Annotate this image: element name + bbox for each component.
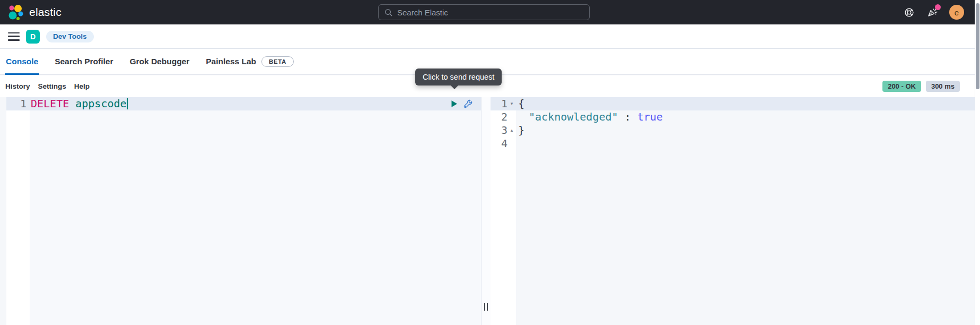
tab-grok-debugger-label: Grok Debugger [129, 57, 189, 66]
response-time-badge: 300 ms [926, 81, 960, 92]
response-viewer[interactable]: 1 ▾ { 2 "acknowledged" : true 3 ▴ } 4 [491, 97, 975, 325]
tab-painless-lab[interactable]: Painless Lab BETA [205, 49, 295, 74]
page-scrollbar[interactable] [975, 0, 980, 325]
notification-dot [935, 4, 941, 10]
tooltip-text: Click to send request [423, 73, 494, 81]
scrollbar-thumb[interactable] [976, 3, 979, 89]
line-number: 1 [491, 97, 508, 110]
fold-spacer [508, 110, 516, 124]
request-line-1[interactable]: 1 DELETEappscode [6, 97, 481, 110]
json-open-brace: { [516, 97, 524, 110]
tab-search-profiler-label: Search Profiler [55, 57, 113, 66]
fold-spacer [508, 137, 516, 150]
global-search-input[interactable]: Search Elastic [378, 4, 590, 20]
history-menu-item[interactable]: History [5, 82, 30, 90]
text-cursor [127, 98, 128, 109]
wrench-icon[interactable] [463, 99, 472, 108]
response-line-3: 3 ▴ } [491, 124, 975, 137]
send-request-play-button[interactable] [451, 100, 458, 108]
hamburger-menu-button[interactable] [8, 32, 20, 41]
space-avatar[interactable]: D [26, 30, 40, 44]
http-method: DELETE [31, 97, 69, 110]
hamburger-bar [8, 39, 20, 41]
json-value: true [637, 110, 663, 123]
request-editor[interactable]: 1 DELETEappscode [6, 97, 482, 325]
line-number: 3 [491, 124, 508, 137]
json-close-brace: } [516, 124, 524, 137]
json-separator: : [618, 110, 637, 123]
request-url: appscode [75, 97, 126, 110]
tab-grok-debugger[interactable]: Grok Debugger [128, 49, 190, 74]
breadcrumb-bar: D Dev Tools [0, 24, 975, 49]
user-avatar[interactable]: e [949, 5, 964, 20]
line-number: 4 [491, 137, 508, 150]
avatar-initial: e [955, 8, 959, 17]
send-request-tooltip: Click to send request [415, 69, 502, 85]
breadcrumb[interactable]: Dev Tools [46, 31, 94, 42]
tab-console-label: Console [6, 57, 38, 66]
beta-badge: BETA [261, 56, 294, 67]
line-number: 1 [6, 97, 30, 110]
request-editor-gutter [6, 97, 30, 325]
tab-painless-lab-label: Painless Lab [206, 57, 256, 66]
tab-search-profiler[interactable]: Search Profiler [54, 49, 114, 74]
tab-console[interactable]: Console [5, 49, 39, 74]
logo-wordmark: elastic [29, 6, 62, 19]
hamburger-bar [8, 32, 20, 34]
line-number: 2 [491, 110, 508, 124]
fold-close-icon[interactable]: ▴ [508, 124, 516, 137]
space-initial: D [30, 32, 36, 41]
help-button[interactable] [903, 6, 915, 19]
fold-open-icon[interactable]: ▾ [508, 97, 516, 110]
life-ring-icon [904, 7, 915, 18]
status-badge: 200 - OK [882, 81, 921, 92]
empty-line [516, 137, 518, 150]
newsfeed-button[interactable] [926, 6, 939, 19]
search-placeholder: Search Elastic [397, 8, 448, 17]
elastic-logo[interactable]: elastic [7, 4, 62, 21]
request-code: DELETEappscode [30, 97, 128, 110]
response-line-1: 1 ▾ { [491, 97, 975, 110]
json-line: "acknowledged" : true [516, 110, 663, 124]
settings-menu-item[interactable]: Settings [38, 82, 66, 90]
help-menu-item[interactable]: Help [74, 82, 90, 90]
panel-resizer[interactable] [482, 97, 491, 325]
hamburger-bar [8, 36, 20, 37]
response-line-2: 2 "acknowledged" : true [491, 110, 975, 124]
breadcrumb-label: Dev Tools [53, 32, 87, 40]
search-icon [384, 8, 392, 16]
elastic-logo-icon [7, 4, 24, 21]
json-key: "acknowledged" [529, 110, 618, 123]
top-header-bar: elastic Search Elastic [0, 0, 980, 24]
response-line-4: 4 [491, 137, 975, 150]
resizer-grip-icon [484, 303, 488, 311]
